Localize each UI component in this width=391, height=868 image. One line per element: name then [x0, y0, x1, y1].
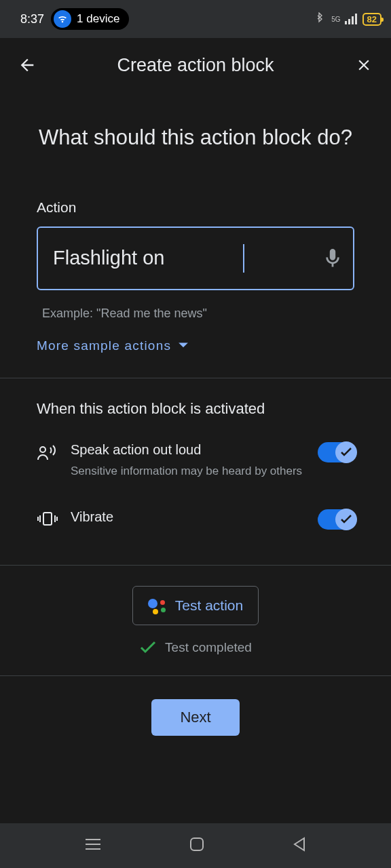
close-icon: [355, 56, 373, 74]
device-pill[interactable]: 1 device: [51, 8, 129, 30]
microphone-icon[interactable]: [326, 249, 339, 268]
back-nav-button[interactable]: [292, 836, 307, 855]
toggle-thumb: [335, 441, 357, 463]
action-label: Action: [37, 199, 354, 216]
system-nav-bar: [0, 823, 391, 868]
close-button[interactable]: [353, 54, 375, 76]
checkmark-icon: [139, 641, 157, 654]
signal-5g-label: 5G: [331, 16, 340, 23]
back-triangle-icon: [292, 836, 307, 852]
speak-toggle[interactable]: [318, 442, 354, 462]
speak-icon: [37, 442, 58, 461]
test-status: Test completed: [139, 640, 252, 655]
action-input[interactable]: [53, 247, 326, 269]
svg-rect-2: [352, 16, 354, 24]
signal-icon: [345, 14, 358, 24]
text-cursor: [243, 244, 244, 273]
speak-setting-row: Speak action out loud Sensitive informat…: [37, 442, 354, 478]
sample-link-label: More sample actions: [37, 338, 171, 353]
battery-indicator: 82: [362, 13, 381, 26]
status-left: 8:37 1 device: [20, 8, 129, 30]
arrow-back-icon: [18, 56, 37, 75]
page-title: Create action block: [45, 55, 346, 76]
check-icon: [340, 515, 352, 524]
svg-rect-0: [345, 21, 347, 24]
vibrate-icon: [37, 509, 58, 527]
device-count: 1 device: [77, 12, 119, 26]
home-button[interactable]: [189, 836, 205, 855]
test-section: Test action Test completed: [0, 566, 391, 675]
wifi-icon: [54, 10, 71, 28]
vibrate-setting-row: Vibrate: [37, 509, 354, 530]
recents-icon: [84, 837, 102, 852]
back-button[interactable]: [16, 54, 38, 76]
assistant-logo-icon: [148, 596, 167, 615]
vibrate-toggle[interactable]: [318, 509, 354, 530]
test-action-button[interactable]: Test action: [132, 586, 259, 625]
status-right: 5G 82: [315, 12, 381, 26]
svg-rect-1: [348, 19, 350, 24]
main-question: What should this action block do?: [0, 90, 391, 165]
svg-rect-6: [191, 838, 203, 850]
vibrate-label: Vibrate: [71, 509, 305, 525]
toggle-thumb: [335, 509, 357, 530]
action-section: Action Example: "Read me the news" More …: [0, 165, 391, 378]
example-text: Example: "Read me the news": [37, 290, 354, 321]
check-icon: [340, 448, 352, 457]
recents-button[interactable]: [84, 837, 102, 854]
activation-title: When this action block is activated: [37, 400, 354, 418]
app-header: Create action block: [0, 38, 391, 90]
svg-rect-3: [355, 14, 357, 24]
home-icon: [189, 836, 205, 852]
activation-section: When this action block is activated Spea…: [0, 378, 391, 565]
speak-content: Speak action out loud Sensitive informat…: [71, 442, 305, 478]
vibrate-content: Vibrate: [71, 509, 305, 525]
next-section: Next: [0, 676, 391, 764]
svg-rect-5: [43, 513, 52, 525]
status-time: 8:37: [20, 12, 44, 26]
next-button[interactable]: Next: [151, 699, 239, 736]
svg-point-4: [40, 447, 45, 452]
test-status-label: Test completed: [165, 640, 252, 655]
action-input-wrapper[interactable]: [37, 226, 354, 290]
bluetooth-icon: [315, 12, 324, 26]
speak-label: Speak action out loud: [71, 442, 305, 458]
status-bar: 8:37 1 device 5G 82: [0, 0, 391, 38]
chevron-down-icon: [178, 342, 189, 350]
speak-sublabel: Sensitive information may be heard by ot…: [71, 465, 305, 478]
test-button-label: Test action: [175, 597, 243, 614]
sample-actions-link[interactable]: More sample actions: [37, 321, 354, 378]
